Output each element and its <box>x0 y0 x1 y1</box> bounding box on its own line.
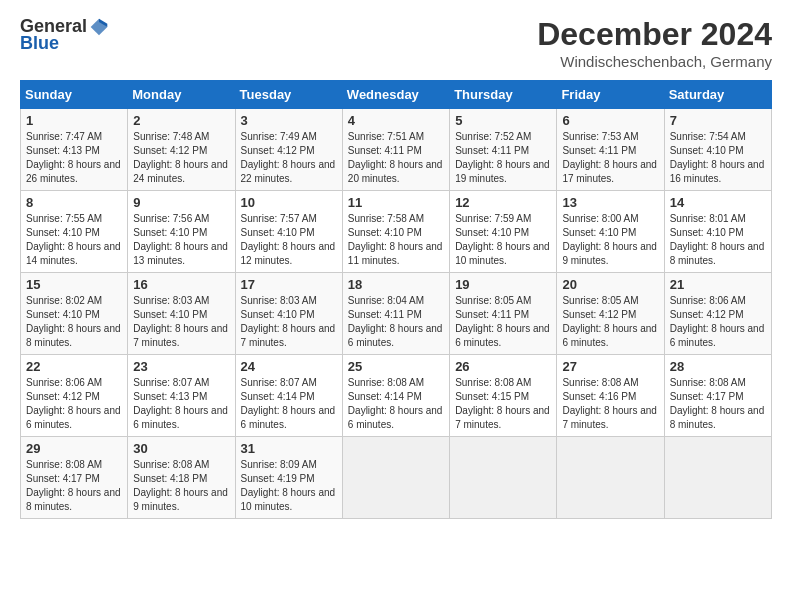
day-number: 29 <box>26 441 122 456</box>
day-info: Sunrise: 7:58 AMSunset: 4:10 PMDaylight:… <box>348 212 444 268</box>
day-info: Sunrise: 8:07 AMSunset: 4:13 PMDaylight:… <box>133 376 229 432</box>
day-number: 1 <box>26 113 122 128</box>
table-row: 10Sunrise: 7:57 AMSunset: 4:10 PMDayligh… <box>235 191 342 273</box>
day-number: 6 <box>562 113 658 128</box>
calendar-week-row: 1Sunrise: 7:47 AMSunset: 4:13 PMDaylight… <box>21 109 772 191</box>
table-row: 27Sunrise: 8:08 AMSunset: 4:16 PMDayligh… <box>557 355 664 437</box>
table-row <box>450 437 557 519</box>
calendar-table: Sunday Monday Tuesday Wednesday Thursday… <box>20 80 772 519</box>
day-number: 30 <box>133 441 229 456</box>
table-row: 15Sunrise: 8:02 AMSunset: 4:10 PMDayligh… <box>21 273 128 355</box>
logo-blue-text: Blue <box>20 33 59 54</box>
calendar-week-row: 15Sunrise: 8:02 AMSunset: 4:10 PMDayligh… <box>21 273 772 355</box>
table-row <box>557 437 664 519</box>
day-number: 17 <box>241 277 337 292</box>
table-row: 30Sunrise: 8:08 AMSunset: 4:18 PMDayligh… <box>128 437 235 519</box>
page-title: December 2024 <box>537 16 772 53</box>
table-row: 18Sunrise: 8:04 AMSunset: 4:11 PMDayligh… <box>342 273 449 355</box>
day-number: 19 <box>455 277 551 292</box>
day-info: Sunrise: 7:55 AMSunset: 4:10 PMDaylight:… <box>26 212 122 268</box>
day-number: 31 <box>241 441 337 456</box>
day-number: 16 <box>133 277 229 292</box>
table-row: 5Sunrise: 7:52 AMSunset: 4:11 PMDaylight… <box>450 109 557 191</box>
table-row: 25Sunrise: 8:08 AMSunset: 4:14 PMDayligh… <box>342 355 449 437</box>
day-info: Sunrise: 8:06 AMSunset: 4:12 PMDaylight:… <box>26 376 122 432</box>
title-area: December 2024 Windischeschenbach, German… <box>537 16 772 70</box>
day-number: 25 <box>348 359 444 374</box>
table-row <box>664 437 771 519</box>
day-info: Sunrise: 8:05 AMSunset: 4:12 PMDaylight:… <box>562 294 658 350</box>
day-info: Sunrise: 8:02 AMSunset: 4:10 PMDaylight:… <box>26 294 122 350</box>
table-row: 7Sunrise: 7:54 AMSunset: 4:10 PMDaylight… <box>664 109 771 191</box>
table-row: 12Sunrise: 7:59 AMSunset: 4:10 PMDayligh… <box>450 191 557 273</box>
col-wednesday: Wednesday <box>342 81 449 109</box>
day-info: Sunrise: 8:04 AMSunset: 4:11 PMDaylight:… <box>348 294 444 350</box>
day-number: 5 <box>455 113 551 128</box>
day-info: Sunrise: 8:08 AMSunset: 4:17 PMDaylight:… <box>670 376 766 432</box>
day-number: 7 <box>670 113 766 128</box>
day-info: Sunrise: 7:56 AMSunset: 4:10 PMDaylight:… <box>133 212 229 268</box>
table-row: 13Sunrise: 8:00 AMSunset: 4:10 PMDayligh… <box>557 191 664 273</box>
day-info: Sunrise: 8:03 AMSunset: 4:10 PMDaylight:… <box>133 294 229 350</box>
day-info: Sunrise: 8:00 AMSunset: 4:10 PMDaylight:… <box>562 212 658 268</box>
day-number: 13 <box>562 195 658 210</box>
table-row: 20Sunrise: 8:05 AMSunset: 4:12 PMDayligh… <box>557 273 664 355</box>
col-sunday: Sunday <box>21 81 128 109</box>
table-row: 26Sunrise: 8:08 AMSunset: 4:15 PMDayligh… <box>450 355 557 437</box>
table-row: 24Sunrise: 8:07 AMSunset: 4:14 PMDayligh… <box>235 355 342 437</box>
day-number: 20 <box>562 277 658 292</box>
table-row: 31Sunrise: 8:09 AMSunset: 4:19 PMDayligh… <box>235 437 342 519</box>
col-tuesday: Tuesday <box>235 81 342 109</box>
table-row: 6Sunrise: 7:53 AMSunset: 4:11 PMDaylight… <box>557 109 664 191</box>
day-number: 22 <box>26 359 122 374</box>
day-info: Sunrise: 7:49 AMSunset: 4:12 PMDaylight:… <box>241 130 337 186</box>
table-row: 1Sunrise: 7:47 AMSunset: 4:13 PMDaylight… <box>21 109 128 191</box>
day-number: 9 <box>133 195 229 210</box>
table-row: 23Sunrise: 8:07 AMSunset: 4:13 PMDayligh… <box>128 355 235 437</box>
day-info: Sunrise: 8:05 AMSunset: 4:11 PMDaylight:… <box>455 294 551 350</box>
table-row: 14Sunrise: 8:01 AMSunset: 4:10 PMDayligh… <box>664 191 771 273</box>
table-row: 8Sunrise: 7:55 AMSunset: 4:10 PMDaylight… <box>21 191 128 273</box>
table-row <box>342 437 449 519</box>
day-info: Sunrise: 8:07 AMSunset: 4:14 PMDaylight:… <box>241 376 337 432</box>
day-info: Sunrise: 7:54 AMSunset: 4:10 PMDaylight:… <box>670 130 766 186</box>
day-number: 27 <box>562 359 658 374</box>
day-number: 23 <box>133 359 229 374</box>
day-info: Sunrise: 8:03 AMSunset: 4:10 PMDaylight:… <box>241 294 337 350</box>
table-row: 2Sunrise: 7:48 AMSunset: 4:12 PMDaylight… <box>128 109 235 191</box>
col-friday: Friday <box>557 81 664 109</box>
table-row: 19Sunrise: 8:05 AMSunset: 4:11 PMDayligh… <box>450 273 557 355</box>
day-number: 26 <box>455 359 551 374</box>
day-info: Sunrise: 7:48 AMSunset: 4:12 PMDaylight:… <box>133 130 229 186</box>
calendar-header-row: Sunday Monday Tuesday Wednesday Thursday… <box>21 81 772 109</box>
day-info: Sunrise: 8:08 AMSunset: 4:14 PMDaylight:… <box>348 376 444 432</box>
col-monday: Monday <box>128 81 235 109</box>
table-row: 4Sunrise: 7:51 AMSunset: 4:11 PMDaylight… <box>342 109 449 191</box>
day-info: Sunrise: 8:08 AMSunset: 4:17 PMDaylight:… <box>26 458 122 514</box>
day-info: Sunrise: 8:08 AMSunset: 4:16 PMDaylight:… <box>562 376 658 432</box>
calendar-week-row: 29Sunrise: 8:08 AMSunset: 4:17 PMDayligh… <box>21 437 772 519</box>
day-number: 11 <box>348 195 444 210</box>
table-row: 22Sunrise: 8:06 AMSunset: 4:12 PMDayligh… <box>21 355 128 437</box>
table-row: 11Sunrise: 7:58 AMSunset: 4:10 PMDayligh… <box>342 191 449 273</box>
day-number: 14 <box>670 195 766 210</box>
day-number: 10 <box>241 195 337 210</box>
day-info: Sunrise: 7:57 AMSunset: 4:10 PMDaylight:… <box>241 212 337 268</box>
day-info: Sunrise: 8:01 AMSunset: 4:10 PMDaylight:… <box>670 212 766 268</box>
day-info: Sunrise: 7:53 AMSunset: 4:11 PMDaylight:… <box>562 130 658 186</box>
day-info: Sunrise: 7:47 AMSunset: 4:13 PMDaylight:… <box>26 130 122 186</box>
day-info: Sunrise: 7:52 AMSunset: 4:11 PMDaylight:… <box>455 130 551 186</box>
page-header: General Blue December 2024 Windischesche… <box>20 16 772 70</box>
day-info: Sunrise: 8:09 AMSunset: 4:19 PMDaylight:… <box>241 458 337 514</box>
day-info: Sunrise: 8:06 AMSunset: 4:12 PMDaylight:… <box>670 294 766 350</box>
day-info: Sunrise: 8:08 AMSunset: 4:15 PMDaylight:… <box>455 376 551 432</box>
day-number: 8 <box>26 195 122 210</box>
table-row: 21Sunrise: 8:06 AMSunset: 4:12 PMDayligh… <box>664 273 771 355</box>
table-row: 16Sunrise: 8:03 AMSunset: 4:10 PMDayligh… <box>128 273 235 355</box>
logo: General Blue <box>20 16 109 54</box>
day-info: Sunrise: 7:51 AMSunset: 4:11 PMDaylight:… <box>348 130 444 186</box>
col-saturday: Saturday <box>664 81 771 109</box>
day-number: 3 <box>241 113 337 128</box>
day-number: 18 <box>348 277 444 292</box>
day-number: 24 <box>241 359 337 374</box>
